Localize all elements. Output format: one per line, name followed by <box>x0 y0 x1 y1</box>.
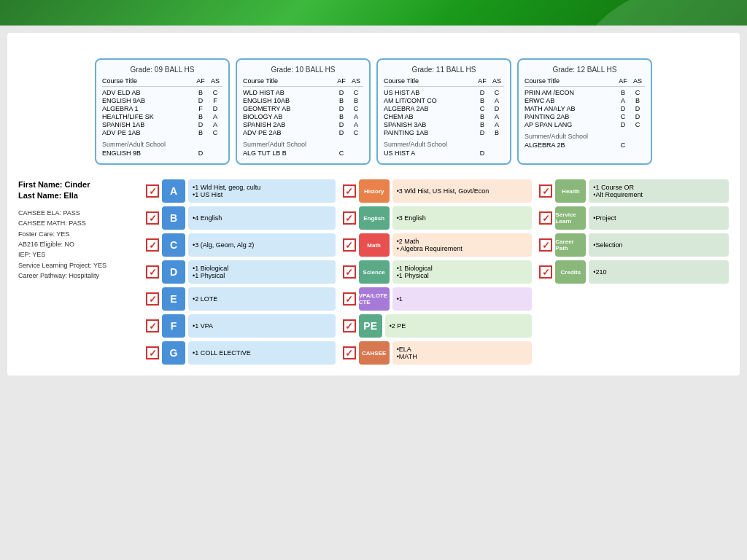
grade-card-title: Grade: 12 BALL HS <box>525 66 645 74</box>
summer-title: Summer/Adult School <box>384 141 504 148</box>
list-item: IEP: YES <box>18 249 135 260</box>
req-label: English <box>359 206 390 230</box>
table-row: ALGEBRA 2B C <box>525 141 645 149</box>
req-desc: •ELA•MATH <box>392 341 533 365</box>
table-row: MATH ANALY AB D D <box>525 105 645 112</box>
req-row: ✓ Health •1 Course OR•Alt Requirement <box>539 179 729 203</box>
checkbox[interactable]: ✓ <box>146 292 159 306</box>
checkbox[interactable]: ✓ <box>146 238 159 252</box>
grade-card-3: Grade: 11 BALL HS Course Title AF AS US … <box>376 58 511 165</box>
req-desc: •2 LOTE <box>188 287 336 311</box>
req-label: D <box>162 260 185 284</box>
req-label: F <box>162 314 185 338</box>
checkbox[interactable]: ✓ <box>539 211 552 225</box>
checkbox[interactable]: ✓ <box>343 265 356 279</box>
table-row: SPANISH 3AB B A <box>384 121 504 128</box>
req-label: VPA/LOTE CTE <box>359 287 390 311</box>
req-desc: •4 English <box>188 206 336 230</box>
req-col-2: ✓ History •3 Wld Hist, US Hist, Govt/Eco… <box>343 179 533 365</box>
req-desc: •Selection <box>589 233 729 257</box>
table-row: SPANISH 1AB D A <box>102 121 222 128</box>
info-panel: First Name: CinderLast Name: Ella CAHSEE… <box>18 179 135 365</box>
checkbox[interactable]: ✓ <box>146 211 159 225</box>
checkbox[interactable]: ✓ <box>343 319 356 332</box>
checkbox[interactable]: ✓ <box>146 319 159 332</box>
req-row: ✓ Math •2 Math• Algebra Requirement <box>343 233 533 257</box>
checkmark-icon: ✓ <box>149 321 157 332</box>
table-row: PAINTING 1AB D B <box>384 129 504 136</box>
grade-card-2: Grade: 10 BALL HS Course Title AF AS WLD… <box>236 58 371 165</box>
req-desc: •3 (Alg, Geom, Alg 2) <box>188 233 336 257</box>
list-item: CAHSEE ELA: PASS <box>18 208 135 218</box>
req-row: ✓ VPA/LOTE CTE •1 <box>343 287 533 311</box>
grade-card-title: Grade: 10 BALL HS <box>243 66 363 74</box>
req-desc: •1 Wld Hist, geog, cultu•1 US Hist <box>188 179 336 203</box>
checkmark-icon: ✓ <box>345 186 353 197</box>
checkmark-icon: ✓ <box>149 240 157 251</box>
req-label: Health <box>555 179 586 203</box>
checkbox[interactable]: ✓ <box>343 346 356 359</box>
bottom-section: First Name: CinderLast Name: Ella CAHSEE… <box>18 179 729 365</box>
req-label: Science <box>359 260 390 284</box>
table-row: AM LIT/CONT CO B A <box>384 97 504 104</box>
grade-card-title: Grade: 09 BALL HS <box>102 66 222 74</box>
req-row: ✓ PE •2 PE <box>343 314 533 338</box>
checkbox[interactable]: ✓ <box>343 292 356 306</box>
checkbox[interactable]: ✓ <box>146 265 159 279</box>
req-row: ✓ E •2 LOTE <box>146 287 336 311</box>
table-row: PAINTING 2AB C D <box>525 113 645 120</box>
req-label: Credits <box>555 260 586 284</box>
list-item: AB216 Eligible: NO <box>18 239 135 249</box>
checkbox[interactable]: ✓ <box>343 184 356 198</box>
table-row: BIOLOGY AB B A <box>243 113 363 120</box>
checkmark-icon: ✓ <box>149 267 157 278</box>
table-row: ADV PE 1AB B C <box>102 129 222 136</box>
checkbox[interactable]: ✓ <box>539 238 552 252</box>
checkbox[interactable]: ✓ <box>146 184 159 198</box>
checkbox[interactable]: ✓ <box>539 265 552 279</box>
table-row: US HIST AB D C <box>384 89 504 96</box>
list-item: Service Learning Project: YES <box>18 260 135 271</box>
checkmark-icon: ✓ <box>345 294 353 305</box>
req-label: A <box>162 179 185 203</box>
course-header: Course Title AF AS <box>525 77 645 87</box>
req-desc: •2 PE <box>385 314 533 338</box>
checkmark-icon: ✓ <box>149 348 157 359</box>
table-row: ALGEBRA 2AB C D <box>384 105 504 112</box>
req-desc: •2 Math• Algebra Requirement <box>392 233 533 257</box>
checkmark-icon: ✓ <box>345 213 353 224</box>
table-row: AP SPAN LANG D C <box>525 121 645 128</box>
req-row: ✓ English •3 English <box>343 206 533 230</box>
student-name: First Name: CinderLast Name: Ella <box>18 179 135 202</box>
checkbox[interactable]: ✓ <box>343 238 356 252</box>
req-desc: •1 VPA <box>188 314 336 338</box>
course-header: Course Title AF AS <box>243 77 363 87</box>
checkmark-icon: ✓ <box>542 213 550 224</box>
checkmark-icon: ✓ <box>345 348 353 359</box>
checkmark-icon: ✓ <box>345 321 353 332</box>
table-row: CHEM AB B A <box>384 113 504 120</box>
checkbox[interactable]: ✓ <box>343 211 356 225</box>
checkmark-icon: ✓ <box>542 240 550 251</box>
req-desc: •Project <box>589 206 729 230</box>
checkmark-icon: ✓ <box>149 294 157 305</box>
list-item: Career Pathway: Hospitality <box>18 271 135 281</box>
summer-title: Summer/Adult School <box>102 141 222 148</box>
course-header: Course Title AF AS <box>384 77 504 87</box>
checkbox[interactable]: ✓ <box>539 184 552 198</box>
req-desc: •1 Course OR•Alt Requirement <box>589 179 729 203</box>
req-label: PE <box>359 314 382 338</box>
checkbox[interactable]: ✓ <box>146 346 159 359</box>
grade-cards: Grade: 09 BALL HS Course Title AF AS ADV… <box>18 58 729 165</box>
req-label: B <box>162 206 185 230</box>
req-desc: •1 COLL ELECTIVE <box>188 341 336 365</box>
student-info: CAHSEE ELA: PASSCAHSEE MATH: PASSFoster … <box>18 208 135 281</box>
table-row: WLD HIST AB D C <box>243 89 363 96</box>
requirements-columns: ✓ A •1 Wld Hist, geog, cultu•1 US Hist ✓… <box>146 179 729 365</box>
list-item: CAHSEE MATH: PASS <box>18 218 135 228</box>
header <box>0 0 747 26</box>
table-row: ADV PE 2AB D C <box>243 129 363 136</box>
req-label: Math <box>359 233 390 257</box>
req-row: ✓ C •3 (Alg, Geom, Alg 2) <box>146 233 336 257</box>
checkmark-icon: ✓ <box>149 213 157 224</box>
